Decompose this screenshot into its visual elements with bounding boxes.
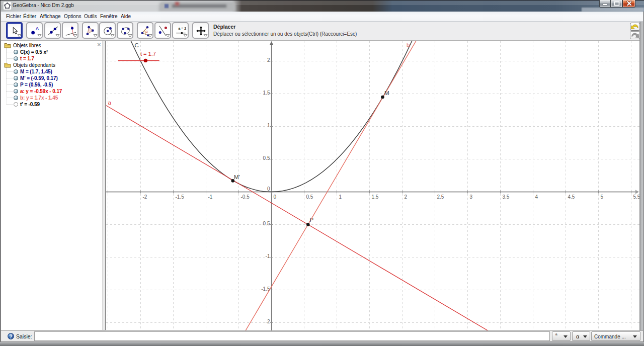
svg-text:1.5: 1.5 <box>372 194 379 200</box>
svg-text:5.5: 5.5 <box>633 194 640 200</box>
svg-text:2.5: 2.5 <box>437 194 444 200</box>
svg-text:0.5: 0.5 <box>306 194 313 200</box>
svg-text:C: C <box>135 42 139 48</box>
svg-text:M': M' <box>234 174 240 180</box>
svg-text:2: 2 <box>405 194 408 200</box>
svg-text:-0.5: -0.5 <box>261 221 270 226</box>
svg-text:α: α <box>145 29 148 34</box>
svg-text:-2: -2 <box>266 319 270 324</box>
svg-text:-1: -1 <box>266 253 270 259</box>
svg-text:P: P <box>310 217 314 223</box>
svg-text:b: b <box>407 42 410 48</box>
svg-text:5: 5 <box>601 194 604 200</box>
svg-text:A: A <box>36 26 39 31</box>
svg-text:-0.5: -0.5 <box>241 194 250 200</box>
svg-text:0: 0 <box>267 186 270 192</box>
svg-text:2: 2 <box>267 57 270 63</box>
svg-text:3.5: 3.5 <box>503 194 510 200</box>
svg-text:3: 3 <box>470 194 473 200</box>
svg-text:1: 1 <box>339 194 342 200</box>
svg-text:1: 1 <box>267 123 270 128</box>
svg-text:-2: -2 <box>143 194 147 200</box>
svg-text:0.5: 0.5 <box>263 155 270 161</box>
svg-text:t = 1.7: t = 1.7 <box>140 51 156 57</box>
svg-text:M: M <box>384 90 389 96</box>
svg-text:0: 0 <box>274 194 277 200</box>
svg-text:a: a <box>108 100 112 106</box>
svg-text:-1.5: -1.5 <box>176 194 185 200</box>
svg-text:-1: -1 <box>208 194 213 200</box>
svg-text:a = 2: a = 2 <box>178 27 186 30</box>
svg-text:1.5: 1.5 <box>263 90 270 96</box>
svg-text:4.5: 4.5 <box>568 194 575 200</box>
svg-text:4: 4 <box>535 194 538 200</box>
